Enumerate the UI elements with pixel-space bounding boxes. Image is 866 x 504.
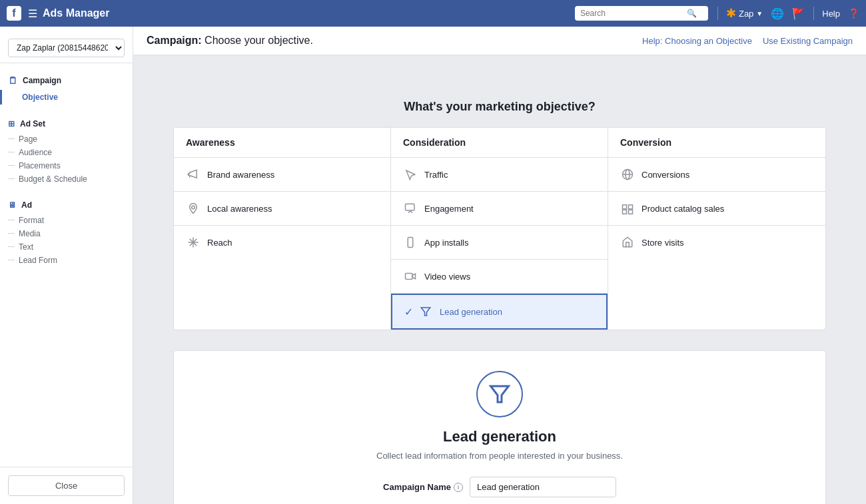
sidebar-close-area: Close	[0, 467, 133, 504]
objective-label: Objective	[22, 93, 58, 102]
svg-rect-6	[408, 238, 413, 248]
header-title-text: Choose your objective.	[202, 35, 313, 46]
obj-item-app-installs[interactable]: App installs	[391, 226, 608, 260]
svg-rect-5	[406, 204, 415, 210]
campaign-name-label: Campaign Name i	[383, 482, 463, 492]
awareness-column: Awareness Brand awareness Local awarenes…	[174, 128, 391, 330]
asterisk-icon	[186, 235, 201, 250]
svg-rect-15	[623, 210, 627, 214]
detail-title: Lead generation	[201, 428, 799, 445]
selected-check-icon: ✓	[404, 306, 413, 318]
sidebar-item-media[interactable]: Media	[0, 227, 133, 240]
sidebar-item-budget[interactable]: Budget & Schedule	[0, 172, 133, 186]
header-title-strong: Campaign:	[147, 35, 202, 46]
pin-icon	[186, 201, 201, 216]
nav-divider-1	[717, 7, 718, 20]
svg-rect-8	[406, 274, 413, 280]
flag-nav-icon[interactable]: 🚩	[792, 7, 805, 20]
mobile-icon	[403, 235, 418, 250]
consideration-column: Consideration Traffic Engagement	[391, 128, 608, 330]
obj-item-video-views[interactable]: Video views	[391, 260, 608, 294]
campaign-name-input[interactable]	[470, 477, 616, 497]
obj-item-brand-awareness[interactable]: Brand awareness	[174, 158, 390, 192]
campaign-name-row: Campaign Name i	[201, 477, 799, 497]
sidebar-item-page[interactable]: Page	[0, 132, 133, 146]
menu-icon[interactable]: ☰	[28, 7, 37, 20]
adset-section: ⊞ Ad Set Page Audience Placements Budget…	[0, 115, 133, 186]
app-title: Ads Manager	[43, 7, 575, 19]
obj-item-reach[interactable]: Reach	[174, 226, 390, 259]
traffic-label: Traffic	[424, 170, 448, 180]
help-objective-link[interactable]: Help: Choosing an Objective	[642, 36, 752, 46]
svg-point-0	[192, 206, 195, 209]
facebook-icon: f	[7, 6, 21, 21]
sidebar: Zap Zaplar (208154486202423) 🗒 Campaign …	[0, 27, 133, 504]
conversions-label: Conversions	[642, 170, 689, 180]
header-title: Campaign: Choose your objective.	[147, 35, 313, 47]
catalog-icon	[620, 201, 635, 216]
campaign-section: 🗒 Campaign Objective	[0, 71, 133, 105]
svg-marker-17	[491, 386, 509, 402]
obj-item-traffic[interactable]: Traffic	[391, 158, 608, 192]
search-bar: 🔍	[575, 6, 708, 21]
detail-description: Collect lead information from people int…	[201, 451, 799, 461]
campaign-label: Campaign	[23, 76, 61, 85]
help-label[interactable]: Help	[822, 9, 840, 19]
globe-icon	[620, 167, 635, 182]
account-dropdown[interactable]: Zap Zaplar (208154486202423)	[8, 39, 125, 57]
objective-grid: Awareness Brand awareness Local awarenes…	[173, 127, 826, 330]
obj-item-store-visits[interactable]: Store visits	[608, 226, 825, 259]
zap-label: Zap	[739, 9, 753, 19]
globe-nav-icon[interactable]: 🌐	[771, 7, 784, 20]
help-icon[interactable]: ❓	[848, 8, 859, 19]
svg-rect-14	[629, 205, 633, 209]
megaphone-icon	[186, 167, 201, 182]
content-area: What's your marketing objective? Awarene…	[133, 87, 866, 504]
campaign-header: 🗒 Campaign	[0, 71, 133, 90]
store-icon	[620, 235, 635, 250]
layout: Zap Zaplar (208154486202423) 🗒 Campaign …	[0, 27, 866, 504]
svg-marker-9	[421, 308, 430, 316]
detail-funnel-icon	[488, 382, 512, 406]
close-button[interactable]: Close	[8, 475, 125, 496]
svg-rect-16	[629, 210, 633, 214]
top-nav: f ☰ Ads Manager 🔍 ✱ Zap ▼ 🌐 🚩 Help ❓	[0, 0, 866, 27]
local-awareness-label: Local awareness	[207, 204, 272, 214]
conversion-column: Conversion Conversions Product catalog s…	[608, 128, 825, 330]
sidebar-item-format[interactable]: Format	[0, 214, 133, 227]
sidebar-item-text[interactable]: Text	[0, 240, 133, 254]
nav-divider-2	[813, 7, 814, 20]
obj-item-engagement[interactable]: Engagement	[391, 192, 608, 226]
detail-icon-circle	[476, 371, 523, 417]
detail-section: Lead generation Collect lead information…	[173, 350, 826, 504]
reach-label: Reach	[207, 238, 232, 248]
store-visits-label: Store visits	[642, 238, 684, 248]
use-existing-campaign-link[interactable]: Use Existing Campaign	[763, 36, 853, 46]
main-header: Campaign: Choose your objective. Help: C…	[133, 27, 866, 55]
ad-icon: 🖥	[8, 200, 16, 210]
sidebar-item-placements[interactable]: Placements	[0, 159, 133, 172]
header-links: Help: Choosing an Objective Use Existing…	[642, 36, 853, 46]
account-selector[interactable]: Zap Zaplar (208154486202423)	[0, 33, 133, 63]
lead-generation-label: Lead generation	[440, 307, 502, 317]
ad-header: 🖥 Ad	[0, 196, 133, 214]
sidebar-item-lead-form[interactable]: Lead Form	[0, 254, 133, 267]
ad-label: Ad	[21, 200, 32, 210]
video-icon	[403, 269, 418, 284]
obj-item-product-catalog-sales[interactable]: Product catalog sales	[608, 192, 825, 226]
brand-awareness-label: Brand awareness	[207, 170, 274, 180]
sidebar-item-audience[interactable]: Audience	[0, 146, 133, 159]
obj-item-conversions[interactable]: Conversions	[608, 158, 825, 192]
campaign-icon: 🗒	[8, 75, 17, 86]
campaign-name-info-icon[interactable]: i	[454, 483, 463, 492]
adset-header: ⊞ Ad Set	[0, 115, 133, 132]
obj-item-lead-generation[interactable]: ✓ Lead generation	[391, 294, 608, 330]
obj-item-local-awareness[interactable]: Local awareness	[174, 192, 390, 226]
zap-account[interactable]: ✱ Zap ▼	[726, 6, 763, 21]
nav-right: ✱ Zap ▼ 🌐 🚩 Help ❓	[717, 6, 859, 21]
adset-icon: ⊞	[8, 119, 15, 128]
funnel-icon	[418, 304, 433, 319]
sidebar-item-objective[interactable]: Objective	[0, 90, 133, 105]
main-content: Campaign: Choose your objective. Help: C…	[133, 27, 866, 504]
search-input[interactable]	[580, 9, 687, 18]
